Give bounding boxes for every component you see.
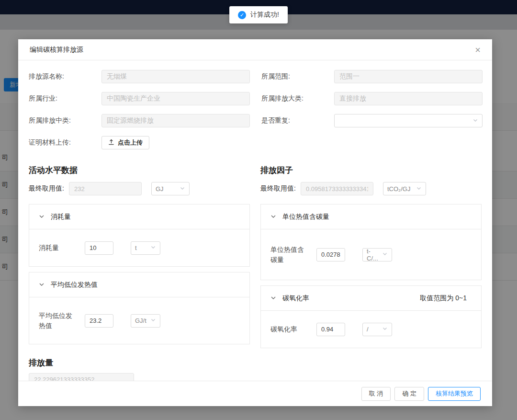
collapse-chevron-icon: [39, 213, 45, 221]
close-icon[interactable]: ×: [475, 45, 481, 55]
duplicate-label: 是否重复:: [261, 116, 334, 125]
confirm-button[interactable]: 确 定: [394, 387, 424, 401]
chevron-down-icon: [472, 117, 478, 125]
chevron-down-icon: [382, 251, 388, 258]
chevron-down-icon: [180, 185, 185, 193]
consumption-input[interactable]: [85, 241, 113, 255]
edit-emission-source-dialog: 编辑碳核算排放源 × 排放源名称: 所属范围: 所属行业: 所属排放大类:: [18, 39, 492, 406]
factor-final-input: [301, 182, 373, 195]
oxidation-rate-input[interactable]: [316, 323, 345, 336]
oxidation-rate-panel-header[interactable]: 碳氧化率 取值范围为 0~1: [261, 286, 481, 311]
emission-value-input: [29, 373, 134, 381]
activity-final-input: [69, 182, 142, 195]
activity-unit-value: GJ: [156, 185, 164, 193]
industry-label: 所属行业:: [29, 94, 101, 103]
source-name-label: 排放源名称:: [29, 72, 101, 81]
carbon-content-panel-header[interactable]: 单位热值含碳量: [261, 204, 481, 229]
dialog-title: 编辑碳核算排放源: [30, 45, 83, 54]
carbon-content-label: 单位热值含碳量: [270, 245, 310, 265]
factor-unit-value: tCO₂/GJ: [387, 185, 410, 193]
carbon-content-input[interactable]: [316, 248, 345, 261]
dialog-footer: 取 消 确 定 核算结果预览: [18, 381, 492, 406]
chevron-down-icon: [416, 185, 422, 193]
heating-value-input[interactable]: [85, 314, 113, 328]
chevron-down-icon: [382, 326, 388, 333]
middle-category-label: 所属排放中类:: [29, 116, 101, 125]
heating-value-panel-header[interactable]: 平均低位发热值: [29, 272, 249, 297]
industry-input: [101, 92, 250, 105]
chevron-down-icon: [150, 244, 156, 251]
dialog-header: 编辑碳核算排放源 ×: [18, 39, 492, 60]
carbon-content-panel: 单位热值含碳量 单位热值含碳量 t-C/...: [260, 204, 482, 280]
carbon-content-panel-title: 单位热值含碳量: [282, 213, 329, 221]
preview-result-button[interactable]: 核算结果预览: [428, 387, 481, 401]
activity-section: 活动水平数据 最终取用值: GJ: [29, 165, 250, 353]
factor-section-title: 排放因子: [260, 165, 482, 176]
upload-label: 证明材料上传:: [29, 138, 101, 147]
source-name-input: [101, 70, 250, 83]
oxidation-rate-unit-select[interactable]: /: [362, 323, 392, 336]
activity-unit-select[interactable]: GJ: [151, 182, 190, 195]
check-circle-icon: ✓: [238, 11, 246, 19]
consumption-panel-title: 消耗量: [51, 213, 71, 221]
factor-final-label: 最终取用值:: [260, 184, 301, 193]
collapse-chevron-icon: [39, 281, 45, 289]
middle-category-input: [101, 114, 250, 127]
consumption-unit-select[interactable]: t: [131, 241, 160, 255]
major-category-input: [334, 92, 483, 105]
emission-section-title: 排放量: [29, 357, 482, 368]
heating-value-panel: 平均低位发热值 平均低位发热值 GJ/t: [29, 272, 250, 344]
consumption-label: 消耗量: [39, 243, 78, 253]
factor-section: 排放因子 最终取用值: tCO₂/GJ: [260, 165, 482, 353]
success-toast: ✓ 计算成功!: [229, 6, 288, 23]
consumption-panel: 消耗量 消耗量 t: [29, 204, 250, 267]
cancel-button[interactable]: 取 消: [361, 387, 391, 401]
major-category-label: 所属排放大类:: [261, 94, 334, 103]
upload-button[interactable]: 点击上传: [101, 136, 149, 149]
carbon-content-unit-value: t-C/...: [367, 248, 379, 262]
scope-input: [334, 70, 483, 83]
oxidation-range-note: 取值范围为 0~1: [420, 294, 472, 303]
heating-value-label: 平均低位发热值: [39, 311, 78, 331]
collapse-chevron-icon: [270, 295, 276, 302]
activity-final-label: 最终取用值:: [29, 184, 69, 193]
carbon-content-unit-select[interactable]: t-C/...: [362, 248, 392, 261]
upload-icon: [108, 139, 114, 147]
heating-value-unit-value: GJ/t: [135, 317, 146, 324]
oxidation-rate-label: 碳氧化率: [270, 324, 310, 334]
consumption-panel-header[interactable]: 消耗量: [29, 204, 249, 229]
consumption-unit-value: t: [135, 244, 137, 251]
dialog-body: 排放源名称: 所属范围: 所属行业: 所属排放大类: 所属排放中类:: [18, 60, 492, 381]
upload-button-label: 点击上传: [118, 138, 143, 147]
scope-label: 所属范围:: [261, 72, 334, 81]
oxidation-rate-unit-value: /: [367, 326, 369, 333]
duplicate-select[interactable]: [334, 114, 483, 127]
activity-section-title: 活动水平数据: [29, 165, 250, 176]
oxidation-rate-panel: 碳氧化率 取值范围为 0~1 碳氧化率 /: [260, 285, 482, 348]
heating-value-unit-select[interactable]: GJ/t: [131, 314, 160, 328]
factor-unit-select[interactable]: tCO₂/GJ: [383, 182, 426, 195]
oxidation-rate-panel-title: 碳氧化率: [282, 294, 309, 303]
collapse-chevron-icon: [270, 213, 276, 221]
heating-value-panel-title: 平均低位发热值: [51, 281, 98, 289]
chevron-down-icon: [150, 317, 156, 324]
toast-message: 计算成功!: [250, 11, 279, 19]
